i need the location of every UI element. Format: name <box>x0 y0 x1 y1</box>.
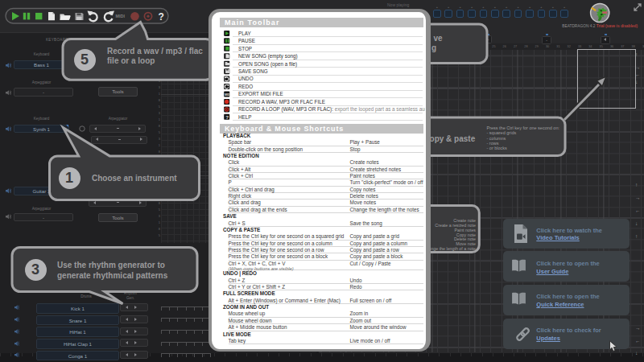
svg-text:MID: MID <box>225 93 230 97</box>
svg-text:?: ? <box>225 114 229 120</box>
